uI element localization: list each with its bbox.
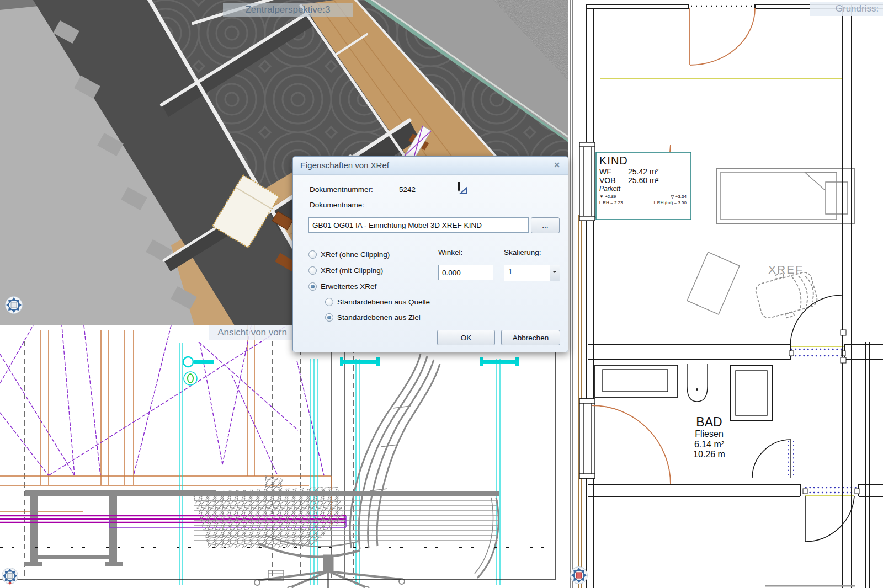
room-stamp-bad: BAD Fliesen 6.14 m² 10.26 m	[671, 415, 748, 460]
view-navigation-compass[interactable]	[4, 296, 23, 314]
radio-label: Standardebenen aus Ziel	[337, 313, 421, 322]
dialog-title: Eigenschaften von XRef	[300, 161, 389, 170]
room-floor-type: Parkett	[599, 185, 689, 193]
floor-plan-drawing	[568, 0, 883, 588]
view-title-perspective: Zentralperspektive:3	[223, 3, 353, 17]
radio-erweitertes-xref[interactable]: Erweitertes XRef	[308, 282, 376, 291]
room-area-vob: 25.60 m²	[628, 176, 658, 185]
xref-properties-dialog: Eigenschaften von XRef ✕ Dokumentnummer:…	[292, 156, 568, 352]
winkel-label: Winkel:	[438, 248, 462, 256]
view-navigation-compass[interactable]	[1, 567, 19, 585]
room-height-right: l. RH (rot) = 3.50	[654, 200, 687, 205]
level-mark-icon: ▽	[671, 194, 674, 199]
doc-number-label: Dokumentnummer:	[310, 185, 373, 194]
radio-label: Erweitertes XRef	[321, 282, 376, 291]
level-mark-icon: ▼	[599, 194, 604, 199]
room-area-wf: 25.42 m²	[628, 167, 658, 176]
room-name: BAD	[671, 415, 748, 429]
radio-icon[interactable]	[325, 313, 333, 322]
ok-button[interactable]: OK	[437, 330, 495, 345]
xref-label: XREF	[768, 263, 804, 276]
radio-standardebenen-ziel[interactable]: Standardebenen aus Ziel	[325, 313, 421, 322]
doc-number-value: 5242	[399, 185, 416, 194]
skalierung-select[interactable]: 1	[504, 265, 560, 281]
radio-label: Standardebenen aus Quelle	[337, 298, 430, 306]
radio-label: XRef (ohne Clipping)	[321, 250, 390, 259]
radio-icon[interactable]	[308, 282, 317, 291]
winkel-input[interactable]	[438, 265, 493, 280]
room-perimeter: 10.26 m	[671, 450, 748, 459]
cancel-button[interactable]: Abbrechen	[501, 330, 560, 345]
radio-standardebenen-quelle[interactable]: Standardebenen aus Quelle	[325, 298, 430, 306]
close-icon[interactable]: ✕	[554, 161, 560, 169]
viewport-floor-plan[interactable]: Grundriss:	[568, 0, 883, 588]
room-floor-type: Fliesen	[671, 429, 748, 439]
room-name: KIND	[599, 154, 689, 167]
view-navigation-compass[interactable]	[570, 566, 588, 585]
radio-icon[interactable]	[308, 250, 317, 259]
doc-name-label: Dokumentname:	[310, 201, 364, 209]
room-area: 6.14 m²	[671, 440, 748, 450]
view-title-front: Ansicht von vorn	[209, 325, 296, 340]
radio-xref-mit-clipping[interactable]: XRef (mit Clipping)	[308, 266, 383, 275]
room-height-left: l. RH = 2.23	[599, 200, 623, 205]
radio-icon[interactable]	[308, 266, 317, 275]
skalierung-value: 1	[508, 268, 513, 276]
radio-xref-ohne-clipping[interactable]: XRef (ohne Clipping)	[308, 250, 390, 259]
skalierung-label: Skalierung:	[504, 248, 541, 256]
doc-name-input[interactable]	[308, 217, 529, 233]
radio-label: XRef (mit Clipping)	[321, 266, 383, 275]
front-elevation-drawing	[0, 325, 568, 588]
view-title-plan: Grundriss:	[810, 2, 883, 16]
application-window: Zentralperspektive:3	[0, 0, 883, 588]
dialog-title-bar[interactable]: Eigenschaften von XRef ✕	[293, 157, 568, 175]
radio-icon[interactable]	[325, 298, 333, 306]
browse-button[interactable]: ...	[531, 217, 560, 233]
room-stamp-kind: KIND WF 25.42 m² VOB 25.60 m² Parkett ▼ …	[599, 154, 689, 217]
chevron-down-icon[interactable]	[550, 265, 560, 281]
viewport-front-elevation[interactable]: Ansicht von vorn	[0, 325, 568, 588]
document-edit-icon[interactable]	[453, 181, 467, 195]
